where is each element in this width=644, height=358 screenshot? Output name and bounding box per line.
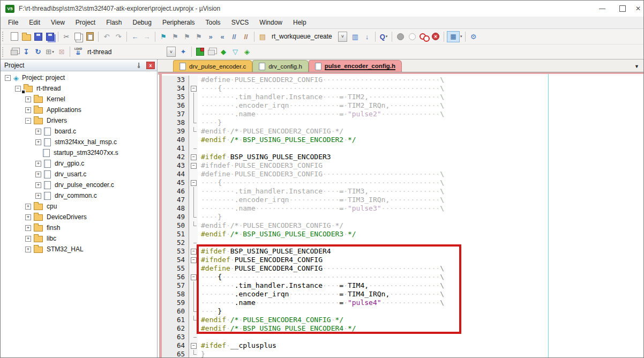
dropdown-caret-icon[interactable]: ▾	[460, 34, 462, 39]
code-line-34[interactable]: 34−····{································…	[162, 84, 643, 93]
code-line-35[interactable]: 35········.tim_handler.Instance····=·TIM…	[162, 93, 643, 101]
fold-collapse-icon[interactable]: −	[191, 274, 197, 280]
download-load-icon[interactable]: LOAD⇊	[73, 47, 84, 57]
toolbar-grip[interactable]	[2, 47, 6, 57]
close-button[interactable]: ✕	[633, 1, 643, 17]
code-line-41[interactable]: 41	[162, 144, 643, 153]
tree-expander-plus-icon[interactable]: +	[25, 96, 31, 102]
code-line-46[interactable]: 46········.tim_handler.Instance····=·TIM…	[162, 187, 643, 196]
save-icon[interactable]	[33, 31, 43, 42]
code-line-39[interactable]: 39#endif·/*·PULSE_ENCODER2_CONFIG·*/	[162, 127, 643, 136]
search-combo-input[interactable]: rt_workqueue_create	[268, 32, 338, 41]
code-line-56[interactable]: 56−····{································…	[162, 273, 643, 281]
code-line-47[interactable]: 47········.encoder_irqn············=·TIM…	[162, 196, 643, 204]
tree-expander-plus-icon[interactable]: +	[25, 107, 31, 113]
manage-packs-icon[interactable]: ◈	[242, 47, 252, 57]
tree-item-kernel[interactable]: +Kernel	[1, 94, 157, 105]
tree-expander-plus-icon[interactable]: +	[25, 214, 31, 220]
menu-item-project[interactable]: Project	[70, 17, 101, 28]
tree-expander-plus-icon[interactable]: +	[35, 161, 41, 167]
bookmark-clear-icon[interactable]: ⚑	[193, 31, 204, 42]
fold-collapse-icon[interactable]: −	[191, 257, 197, 263]
uncomment-icon[interactable]: //	[241, 31, 251, 42]
code-line-49[interactable]: 49····}	[162, 213, 643, 221]
pack-installer-icon[interactable]: ◆	[218, 47, 229, 57]
code-line-33[interactable]: 33#define·PULSE_ENCODER2_CONFIG·········…	[162, 76, 643, 84]
save-all-icon[interactable]	[44, 31, 55, 42]
fold-collapse-icon[interactable]: −	[191, 154, 197, 160]
fold-collapse-icon[interactable]: −	[191, 343, 197, 349]
code-line-45[interactable]: 45−····{································…	[162, 178, 643, 187]
pin-icon[interactable]: ⊸	[135, 61, 143, 70]
code-line-36[interactable]: 36········.encoder_irqn············=·TIM…	[162, 101, 643, 110]
fold-collapse-icon[interactable]: −	[191, 180, 197, 186]
tree-expander-plus-icon[interactable]: +	[25, 247, 31, 252]
tree-item-stm32-hal[interactable]: +STM32_HAL	[1, 244, 157, 255]
tree-item-startup-stm32f407xx-s[interactable]: startup_stm32f407xx.s	[1, 147, 157, 158]
fold-collapse-icon[interactable]: −	[189, 247, 198, 256]
cut-icon[interactable]: ✂	[61, 31, 72, 42]
tree-expander-plus-icon[interactable]: +	[25, 225, 31, 231]
menu-item-tools[interactable]: Tools	[200, 17, 226, 28]
fold-collapse-icon[interactable]: −	[191, 86, 197, 92]
tree-item-drv-pulse-encoder-c[interactable]: +drv_pulse_encoder.c	[1, 180, 157, 190]
code-line-52[interactable]: 52	[162, 238, 643, 247]
comment-icon[interactable]: //	[229, 31, 239, 42]
batch-build-icon[interactable]: ⊞▾	[44, 47, 55, 57]
menu-item-debug[interactable]: Debug	[128, 17, 157, 28]
menu-item-help[interactable]: Help	[288, 17, 312, 28]
code-line-57[interactable]: 57········.tim_handler.Instance····=·TIM…	[162, 281, 643, 290]
incremental-find-icon[interactable]: ↓	[362, 31, 372, 42]
navigate-forward-icon[interactable]: →	[141, 31, 152, 42]
tree-expander-plus-icon[interactable]: +	[35, 139, 41, 145]
code-line-51[interactable]: 51#endif·/*·BSP_USING_PULSE_ENCODER3·*/	[162, 230, 643, 238]
fold-collapse-icon[interactable]: −	[189, 161, 198, 170]
tree-expander-plus-icon[interactable]: +	[35, 171, 41, 177]
code-line-54[interactable]: 54−#ifndef·PULSE_ENCODER4_CONFIG	[162, 256, 643, 264]
code-line-64[interactable]: 64−#ifdef·__cplusplus	[162, 341, 643, 350]
dropdown-caret-icon[interactable]: ▾	[52, 50, 54, 54]
paste-icon[interactable]	[85, 31, 95, 42]
breakpoint-toggle-icon[interactable]	[395, 31, 406, 42]
maximize-button[interactable]	[612, 1, 633, 17]
rebuild-icon[interactable]: ↻	[33, 47, 43, 57]
project-panel-close-button[interactable]: x	[146, 62, 155, 69]
tree-item-project-project[interactable]: −◈Project: project	[1, 72, 157, 83]
copy-icon[interactable]	[73, 31, 84, 42]
tree-expander-minus-icon[interactable]: −	[15, 86, 21, 92]
bookmark-next-icon[interactable]: ⚑	[182, 31, 192, 42]
search-document-icon[interactable]: ▥	[350, 31, 361, 42]
configure-wrench-icon[interactable]: ⚙	[468, 31, 479, 42]
code-line-62[interactable]: 62#endif·/*·BSP_USING_PULSE_ENCODER4·*/	[162, 324, 643, 333]
breakpoint-enable-icon[interactable]	[407, 31, 417, 42]
menu-item-peripherals[interactable]: Peripherals	[157, 17, 200, 28]
toolbar-grip[interactable]	[2, 32, 6, 41]
tree-expander-minus-icon[interactable]: −	[25, 118, 31, 124]
fold-collapse-icon[interactable]: −	[189, 84, 198, 93]
navigate-back-icon[interactable]: ←	[130, 31, 140, 42]
tree-item-applications[interactable]: +Applications	[1, 105, 157, 115]
bookmark-prev-icon[interactable]: ⚑	[170, 31, 181, 42]
tree-expander-plus-icon[interactable]: +	[35, 129, 41, 135]
dropdown-caret-icon[interactable]: ▾	[386, 34, 388, 39]
options-for-target-wand-icon[interactable]: ✦	[178, 47, 189, 57]
code-line-55[interactable]: 55#define·PULSE_ENCODER4_CONFIG·········…	[162, 264, 643, 273]
tree-expander-plus-icon[interactable]: +	[35, 193, 41, 199]
code-line-37[interactable]: 37········.name····················=·"pu…	[162, 110, 643, 118]
menu-item-svcs[interactable]: SVCS	[226, 17, 254, 28]
code-line-58[interactable]: 58········.encoder_irqn············=·TIM…	[162, 290, 643, 299]
tree-expander-plus-icon[interactable]: +	[25, 236, 31, 242]
find-in-files-book-icon[interactable]: ▤	[257, 31, 268, 42]
breakpoint-disable-all-icon[interactable]	[418, 31, 429, 42]
tree-item-drivers[interactable]: −Drivers	[1, 115, 157, 126]
tree-item-rt-thread[interactable]: −rt-thread	[1, 83, 157, 94]
code-line-43[interactable]: 43−#ifndef·PULSE_ENCODER3_CONFIG	[162, 161, 643, 170]
tab-list-dropdown-icon[interactable]: ▼	[634, 64, 639, 69]
code-line-61[interactable]: 61#endif·/*·PULSE_ENCODER4_CONFIG·*/	[162, 316, 643, 324]
open-file-icon[interactable]	[21, 31, 32, 42]
translate-icon[interactable]	[9, 47, 20, 57]
quick-find-icon[interactable]: Q▾	[378, 31, 389, 42]
code-line-38[interactable]: 38····}	[162, 118, 643, 127]
select-software-packs-icon[interactable]: ▽	[230, 47, 241, 57]
stop-build-icon[interactable]: ⊠	[56, 47, 67, 57]
